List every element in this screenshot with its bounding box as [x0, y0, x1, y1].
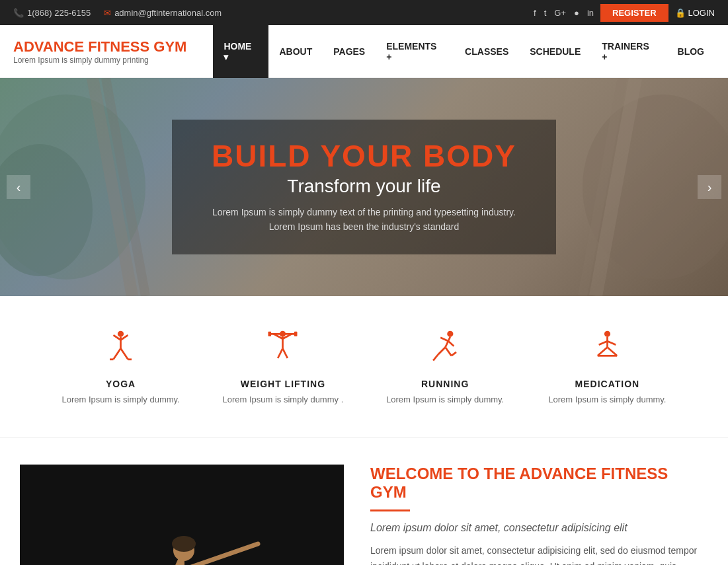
hero-next-button[interactable]: › [698, 175, 721, 199]
svg-line-36 [598, 348, 608, 356]
svg-line-23 [283, 348, 288, 358]
svg-line-37 [607, 348, 617, 356]
twitter-icon[interactable]: t [544, 8, 547, 18]
welcome-text: WELCOME TO THE ADVANCE FITNESS GYM Lorem… [370, 465, 708, 565]
svg-line-30 [433, 355, 438, 361]
svg-line-28 [438, 348, 445, 355]
email-address: admin@gftinternational.com [114, 8, 222, 18]
svg-line-31 [451, 352, 456, 356]
svg-point-24 [447, 331, 453, 337]
lock-icon: 🔒 [675, 8, 686, 18]
login-button[interactable]: 🔒 LOGIN [675, 8, 715, 18]
hero-subtitle: Transform your life [212, 176, 516, 197]
svg-line-34 [599, 341, 608, 345]
svg-line-29 [445, 348, 451, 356]
welcome-heading: WELCOME TO THE ADVANCE FITNESS GYM [370, 465, 708, 502]
running-icon [378, 329, 513, 371]
phone-icon: 📞 [13, 8, 24, 18]
feature-yoga: YOGA Lorem Ipsum is simply dummy. [40, 322, 202, 411]
welcome-body: Lorem ipsum dolor sit amet, consectetur … [370, 543, 708, 565]
phone-contact: 📞 1(868) 225-6155 [13, 8, 91, 18]
instagram-icon[interactable]: ● [574, 8, 579, 18]
phone-number: 1(868) 225-6155 [27, 8, 91, 18]
svg-line-12 [121, 348, 128, 359]
nav-item-elements[interactable]: ELEMENTS + [376, 25, 454, 78]
nav-item-trainers[interactable]: TRAINERS + [591, 25, 667, 78]
brand-name: ADVANCE FITNESS GYM [13, 38, 186, 56]
welcome-section: WELCOME TO THE ADVANCE FITNESS GYM Lorem… [0, 438, 728, 565]
svg-point-7 [118, 331, 124, 337]
yoga-title: YOGA [53, 379, 188, 389]
welcome-subtitle: Lorem ipsum dolor sit amet, consectetur … [370, 522, 708, 534]
running-title: RUNNING [378, 379, 513, 389]
hero-content: BUILD YOUR BODY Transform your life Lore… [172, 120, 556, 254]
meditation-title: MEDICATION [540, 379, 675, 389]
svg-line-26 [440, 338, 448, 341]
weightlifting-title: WEIGHT LIFTING [215, 379, 350, 389]
svg-line-11 [114, 348, 121, 359]
svg-rect-21 [294, 332, 298, 336]
navbar: ADVANCE FITNESS GYM Lorem Ipsum is simpl… [0, 25, 728, 78]
weightlifting-desc: Lorem Ipsum is simply dummy . [215, 395, 350, 404]
googleplus-icon[interactable]: G+ [554, 8, 566, 18]
feature-meditation: MEDICATION Lorem Ipsum is simply dummy. [526, 322, 688, 411]
svg-line-35 [607, 341, 616, 345]
meditation-icon [540, 329, 675, 371]
yoga-icon [53, 329, 188, 371]
yoga-desc: Lorem Ipsum is simply dummy. [53, 395, 188, 404]
brand-tagline: Lorem Ipsum is simply dummy printing [13, 56, 186, 65]
nav-item-home[interactable]: HOME ▾ [213, 25, 268, 78]
email-contact: ✉ admin@gftinternational.com [104, 8, 222, 18]
linkedin-icon[interactable]: in [587, 8, 594, 18]
yoga-illustration [20, 465, 344, 565]
svg-point-48 [172, 536, 196, 552]
feature-weightlifting: WEIGHT LIFTING Lorem Ipsum is simply dum… [202, 322, 364, 411]
brand: ADVANCE FITNESS GYM Lorem Ipsum is simpl… [13, 38, 186, 65]
nav-item-blog[interactable]: BLOG [667, 25, 715, 78]
features-section: YOGA Lorem Ipsum is simply dummy. WEIGHT [0, 296, 728, 438]
top-bar-right: f t G+ ● in REGISTER 🔒 LOGIN [534, 4, 715, 22]
running-desc: Lorem Ipsum is simply dummy. [378, 395, 513, 404]
hero-prev-button[interactable]: ‹ [7, 175, 30, 199]
register-button[interactable]: REGISTER [600, 4, 668, 22]
nav-links: HOME ▾ ABOUT PAGES ELEMENTS + CLASSES SC… [213, 25, 715, 78]
welcome-image [20, 465, 344, 565]
svg-line-22 [278, 348, 283, 358]
top-bar: 📞 1(868) 225-6155 ✉ admin@gftinternation… [0, 0, 728, 25]
hero-description: Lorem Ipsum is simply dummy text of the … [212, 205, 516, 235]
meditation-desc: Lorem Ipsum is simply dummy. [540, 395, 675, 404]
hero-title: BUILD YOUR BODY [212, 139, 516, 173]
svg-line-27 [448, 341, 454, 346]
nav-item-about[interactable]: ABOUT [268, 25, 323, 78]
nav-item-classes[interactable]: CLASSES [454, 25, 519, 78]
nav-item-schedule[interactable]: SCHEDULE [519, 25, 591, 78]
social-icons: f t G+ ● in [534, 8, 594, 18]
email-icon: ✉ [104, 8, 111, 18]
nav-item-pages[interactable]: PAGES [323, 25, 376, 78]
svg-point-32 [604, 331, 610, 337]
hero-slider: ‹ BUILD YOUR BODY Transform your life Lo… [0, 78, 728, 296]
svg-rect-20 [268, 332, 272, 336]
top-bar-left: 📞 1(868) 225-6155 ✉ admin@gftinternation… [13, 8, 222, 18]
welcome-underline [370, 509, 410, 511]
facebook-icon[interactable]: f [534, 8, 536, 18]
weightlifting-icon [215, 329, 350, 371]
feature-running: RUNNING Lorem Ipsum is simply dummy. [364, 322, 526, 411]
